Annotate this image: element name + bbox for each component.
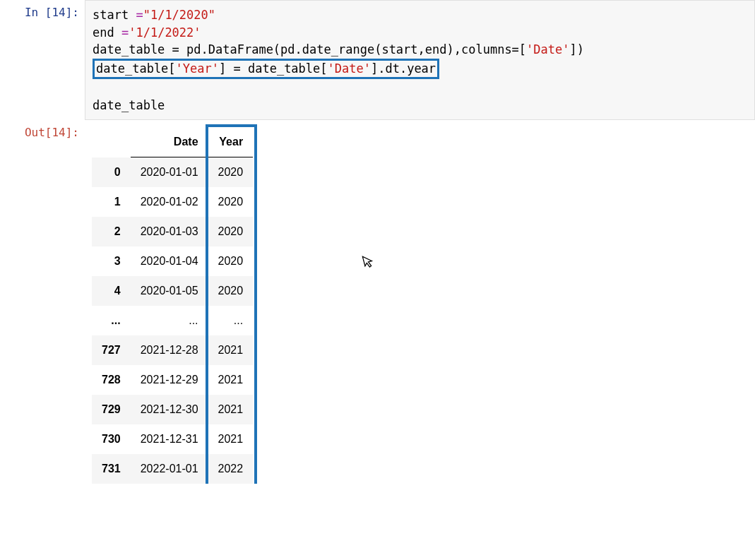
code-token: ] = date_table[ bbox=[219, 61, 328, 76]
highlight-annotation: date_table['Year'] = date_table['Date'].… bbox=[93, 59, 439, 79]
cell-date: 2020-01-02 bbox=[131, 187, 208, 217]
table-row: ......... bbox=[92, 306, 253, 335]
output-area: Date Year 02020-01-01202012020-01-022020… bbox=[85, 120, 755, 484]
row-index: 0 bbox=[92, 157, 131, 188]
table-row: 22020-01-032020 bbox=[92, 217, 253, 246]
table-row: 32020-01-042020 bbox=[92, 246, 253, 276]
row-index: 727 bbox=[92, 335, 131, 365]
cell-date: 2020-01-04 bbox=[131, 246, 208, 276]
code-token: "1/1/2020" bbox=[143, 8, 215, 22]
code-token: date_table[ bbox=[96, 61, 176, 76]
input-cell: In [14]: start ="1/1/2020" end ='1/1/202… bbox=[0, 0, 755, 120]
cell-year: 2020 bbox=[208, 187, 254, 217]
row-index: 729 bbox=[92, 395, 131, 424]
code-token: 'Date' bbox=[526, 42, 569, 56]
cell-date: 2021-12-31 bbox=[131, 424, 208, 454]
row-index: 2 bbox=[92, 217, 131, 246]
code-token: '1/1/2022' bbox=[129, 25, 201, 40]
row-index: 1 bbox=[92, 187, 131, 217]
code-token: ]) bbox=[570, 42, 584, 56]
table-header-row: Date Year bbox=[92, 127, 253, 157]
column-header-date: Date bbox=[131, 127, 208, 157]
row-index: 730 bbox=[92, 424, 131, 454]
table-row: 7292021-12-302021 bbox=[92, 395, 253, 424]
cell-year: 2021 bbox=[208, 335, 254, 365]
cell-year: 2020 bbox=[208, 246, 254, 276]
cell-year: 2021 bbox=[208, 395, 254, 424]
code-token: 'Year' bbox=[176, 61, 219, 76]
table-row: 02020-01-012020 bbox=[92, 157, 253, 188]
in-prompt: In [14]: bbox=[0, 0, 85, 19]
cell-date: 2020-01-03 bbox=[131, 217, 208, 246]
code-token: date_table = pd.DataFrame(pd.date_range(… bbox=[93, 42, 526, 56]
cell-date: 2021-12-30 bbox=[131, 395, 208, 424]
cell-year: 2021 bbox=[208, 365, 254, 395]
cell-date: 2020-01-05 bbox=[131, 276, 208, 306]
cursor-icon bbox=[362, 253, 377, 273]
table-row: 7282021-12-292021 bbox=[92, 365, 253, 395]
dataframe-table: Date Year 02020-01-01202012020-01-022020… bbox=[92, 127, 253, 484]
cell-date: 2020-01-01 bbox=[131, 157, 208, 188]
cell-date: 2021-12-29 bbox=[131, 365, 208, 395]
index-header bbox=[92, 127, 131, 157]
code-token: date_table bbox=[93, 98, 165, 112]
cell-year: 2020 bbox=[208, 276, 254, 306]
row-index: ... bbox=[92, 306, 131, 335]
code-token: ].dt.year bbox=[371, 61, 436, 76]
table-row: 7302021-12-312021 bbox=[92, 424, 253, 454]
table-row: 7272021-12-282021 bbox=[92, 335, 253, 365]
code-token: = bbox=[136, 8, 143, 22]
cell-year: 2022 bbox=[208, 454, 254, 484]
cell-year: 2020 bbox=[208, 157, 254, 188]
row-index: 731 bbox=[92, 454, 131, 484]
code-token: 'Date' bbox=[328, 61, 371, 76]
code-editor[interactable]: start ="1/1/2020" end ='1/1/2022' date_t… bbox=[85, 0, 755, 120]
cell-year: 2021 bbox=[208, 424, 254, 454]
code-token: start bbox=[93, 8, 136, 22]
row-index: 728 bbox=[92, 365, 131, 395]
out-prompt: Out[14]: bbox=[0, 120, 85, 139]
cell-date: 2022-01-01 bbox=[131, 454, 208, 484]
row-index: 3 bbox=[92, 246, 131, 276]
table-row: 12020-01-022020 bbox=[92, 187, 253, 217]
cell-date: ... bbox=[131, 306, 208, 335]
row-index: 4 bbox=[92, 276, 131, 306]
output-cell: Out[14]: Date Year 02020-01-01202012020-… bbox=[0, 120, 755, 484]
column-header-year: Year bbox=[208, 127, 254, 157]
cell-year: ... bbox=[208, 306, 254, 335]
cell-date: 2021-12-28 bbox=[131, 335, 208, 365]
cell-year: 2020 bbox=[208, 217, 254, 246]
table-row: 42020-01-052020 bbox=[92, 276, 253, 306]
table-row: 7312022-01-012022 bbox=[92, 454, 253, 484]
code-token: end bbox=[93, 25, 121, 40]
code-token: = bbox=[121, 25, 129, 40]
